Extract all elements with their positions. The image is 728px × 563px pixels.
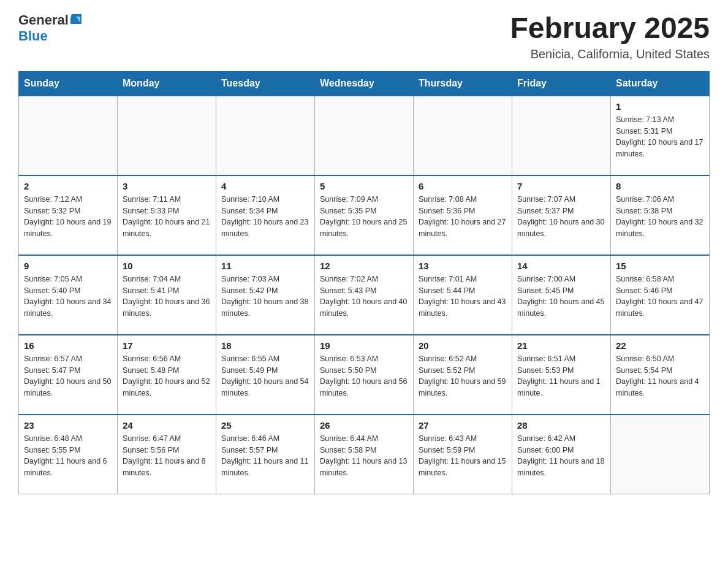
day-number: 24 xyxy=(123,420,211,431)
day-number: 21 xyxy=(517,340,605,351)
day-number: 8 xyxy=(616,181,704,191)
day-info: Sunrise: 6:56 AMSunset: 5:48 PMDaylight:… xyxy=(123,353,211,399)
calendar-cell: 15Sunrise: 6:58 AMSunset: 5:46 PMDayligh… xyxy=(611,255,710,335)
day-number: 20 xyxy=(419,340,507,351)
calendar-cell xyxy=(512,96,611,175)
day-info: Sunrise: 7:06 AMSunset: 5:38 PMDaylight:… xyxy=(616,194,704,240)
day-info: Sunrise: 7:02 AMSunset: 5:43 PMDaylight:… xyxy=(320,274,408,320)
day-number: 2 xyxy=(24,181,112,191)
weekday-header-tuesday: Tuesday xyxy=(216,71,315,96)
calendar-cell: 8Sunrise: 7:06 AMSunset: 5:38 PMDaylight… xyxy=(611,175,710,255)
day-number: 13 xyxy=(419,261,507,271)
calendar-cell: 11Sunrise: 7:03 AMSunset: 5:42 PMDayligh… xyxy=(216,255,315,335)
day-number: 27 xyxy=(419,420,507,431)
day-info: Sunrise: 6:47 AMSunset: 5:56 PMDaylight:… xyxy=(123,433,211,479)
day-number: 23 xyxy=(24,420,112,431)
logo-general-text: General xyxy=(18,12,69,28)
day-info: Sunrise: 7:08 AMSunset: 5:36 PMDaylight:… xyxy=(419,194,507,240)
day-info: Sunrise: 7:11 AMSunset: 5:33 PMDaylight:… xyxy=(123,194,211,240)
day-number: 28 xyxy=(517,420,605,431)
day-info: Sunrise: 7:00 AMSunset: 5:45 PMDaylight:… xyxy=(517,274,605,320)
calendar-cell: 23Sunrise: 6:48 AMSunset: 5:55 PMDayligh… xyxy=(19,415,118,494)
calendar-week-row: 2Sunrise: 7:12 AMSunset: 5:32 PMDaylight… xyxy=(19,175,710,255)
weekday-header-wednesday: Wednesday xyxy=(315,71,414,96)
calendar-table: SundayMondayTuesdayWednesdayThursdayFrid… xyxy=(18,71,710,495)
calendar-cell: 14Sunrise: 7:00 AMSunset: 5:45 PMDayligh… xyxy=(512,255,611,335)
calendar-cell: 28Sunrise: 6:42 AMSunset: 6:00 PMDayligh… xyxy=(512,415,611,494)
calendar-cell xyxy=(315,96,414,175)
day-info: Sunrise: 7:03 AMSunset: 5:42 PMDaylight:… xyxy=(221,274,309,320)
calendar-cell xyxy=(19,96,118,175)
calendar-cell: 10Sunrise: 7:04 AMSunset: 5:41 PMDayligh… xyxy=(118,255,216,335)
calendar-week-row: 9Sunrise: 7:05 AMSunset: 5:40 PMDaylight… xyxy=(19,255,710,335)
day-number: 15 xyxy=(616,261,704,271)
day-number: 19 xyxy=(320,340,408,351)
day-number: 6 xyxy=(419,181,507,191)
day-number: 12 xyxy=(320,261,408,271)
calendar-cell: 3Sunrise: 7:11 AMSunset: 5:33 PMDaylight… xyxy=(118,175,216,255)
day-info: Sunrise: 6:58 AMSunset: 5:46 PMDaylight:… xyxy=(616,274,704,320)
day-number: 26 xyxy=(320,420,408,431)
day-info: Sunrise: 7:12 AMSunset: 5:32 PMDaylight:… xyxy=(24,194,112,240)
weekday-header-monday: Monday xyxy=(118,71,216,96)
day-number: 18 xyxy=(221,340,309,351)
calendar-cell: 13Sunrise: 7:01 AMSunset: 5:44 PMDayligh… xyxy=(414,255,512,335)
day-number: 1 xyxy=(616,101,704,112)
day-info: Sunrise: 6:44 AMSunset: 5:58 PMDaylight:… xyxy=(320,433,408,479)
calendar-cell: 7Sunrise: 7:07 AMSunset: 5:37 PMDaylight… xyxy=(512,175,611,255)
calendar-cell: 16Sunrise: 6:57 AMSunset: 5:47 PMDayligh… xyxy=(19,335,118,415)
day-number: 25 xyxy=(221,420,309,431)
day-number: 9 xyxy=(24,261,112,271)
day-number: 7 xyxy=(517,181,605,191)
day-info: Sunrise: 7:13 AMSunset: 5:31 PMDaylight:… xyxy=(616,114,704,160)
day-number: 22 xyxy=(616,340,704,351)
day-info: Sunrise: 6:43 AMSunset: 5:59 PMDaylight:… xyxy=(419,433,507,479)
day-info: Sunrise: 6:53 AMSunset: 5:50 PMDaylight:… xyxy=(320,353,408,399)
day-info: Sunrise: 7:05 AMSunset: 5:40 PMDaylight:… xyxy=(24,274,112,320)
day-info: Sunrise: 6:46 AMSunset: 5:57 PMDaylight:… xyxy=(221,433,309,479)
calendar-body: 1Sunrise: 7:13 AMSunset: 5:31 PMDaylight… xyxy=(19,96,710,494)
weekday-header-friday: Friday xyxy=(512,71,611,96)
day-info: Sunrise: 7:04 AMSunset: 5:41 PMDaylight:… xyxy=(123,274,211,320)
calendar-cell: 21Sunrise: 6:51 AMSunset: 5:53 PMDayligh… xyxy=(512,335,611,415)
calendar-week-row: 23Sunrise: 6:48 AMSunset: 5:55 PMDayligh… xyxy=(19,415,710,494)
calendar-cell: 5Sunrise: 7:09 AMSunset: 5:35 PMDaylight… xyxy=(315,175,414,255)
day-number: 16 xyxy=(24,340,112,351)
calendar-cell: 24Sunrise: 6:47 AMSunset: 5:56 PMDayligh… xyxy=(118,415,216,494)
logo-arrow-icon xyxy=(70,14,82,26)
day-number: 17 xyxy=(123,340,211,351)
weekday-header-row: SundayMondayTuesdayWednesdayThursdayFrid… xyxy=(19,71,710,96)
calendar-week-row: 16Sunrise: 6:57 AMSunset: 5:47 PMDayligh… xyxy=(19,335,710,415)
calendar-cell xyxy=(118,96,216,175)
calendar-cell: 9Sunrise: 7:05 AMSunset: 5:40 PMDaylight… xyxy=(19,255,118,335)
calendar-cell: 18Sunrise: 6:55 AMSunset: 5:49 PMDayligh… xyxy=(216,335,315,415)
day-number: 10 xyxy=(123,261,211,271)
logo: General Blue xyxy=(18,12,82,44)
day-info: Sunrise: 6:50 AMSunset: 5:54 PMDaylight:… xyxy=(616,353,704,399)
day-number: 4 xyxy=(221,181,309,191)
weekday-header-saturday: Saturday xyxy=(611,71,710,96)
page-header: General Blue February 2025 Benicia, Cali… xyxy=(18,12,710,61)
logo-blue-text: Blue xyxy=(18,28,48,44)
calendar-cell: 4Sunrise: 7:10 AMSunset: 5:34 PMDaylight… xyxy=(216,175,315,255)
day-info: Sunrise: 6:42 AMSunset: 6:00 PMDaylight:… xyxy=(517,433,605,479)
calendar-cell: 27Sunrise: 6:43 AMSunset: 5:59 PMDayligh… xyxy=(414,415,512,494)
day-info: Sunrise: 7:07 AMSunset: 5:37 PMDaylight:… xyxy=(517,194,605,240)
weekday-header-sunday: Sunday xyxy=(19,71,118,96)
day-info: Sunrise: 6:52 AMSunset: 5:52 PMDaylight:… xyxy=(419,353,507,399)
location-text: Benicia, California, United States xyxy=(510,47,710,61)
weekday-header-thursday: Thursday xyxy=(414,71,512,96)
calendar-cell: 6Sunrise: 7:08 AMSunset: 5:36 PMDaylight… xyxy=(414,175,512,255)
day-info: Sunrise: 7:10 AMSunset: 5:34 PMDaylight:… xyxy=(221,194,309,240)
calendar-cell: 22Sunrise: 6:50 AMSunset: 5:54 PMDayligh… xyxy=(611,335,710,415)
calendar-cell xyxy=(414,96,512,175)
calendar-cell xyxy=(611,415,710,494)
title-block: February 2025 Benicia, California, Unite… xyxy=(510,12,710,61)
day-info: Sunrise: 7:09 AMSunset: 5:35 PMDaylight:… xyxy=(320,194,408,240)
calendar-cell: 1Sunrise: 7:13 AMSunset: 5:31 PMDaylight… xyxy=(611,96,710,175)
day-info: Sunrise: 6:48 AMSunset: 5:55 PMDaylight:… xyxy=(24,433,112,479)
calendar-week-row: 1Sunrise: 7:13 AMSunset: 5:31 PMDaylight… xyxy=(19,96,710,175)
day-number: 5 xyxy=(320,181,408,191)
day-number: 3 xyxy=(123,181,211,191)
day-info: Sunrise: 7:01 AMSunset: 5:44 PMDaylight:… xyxy=(419,274,507,320)
